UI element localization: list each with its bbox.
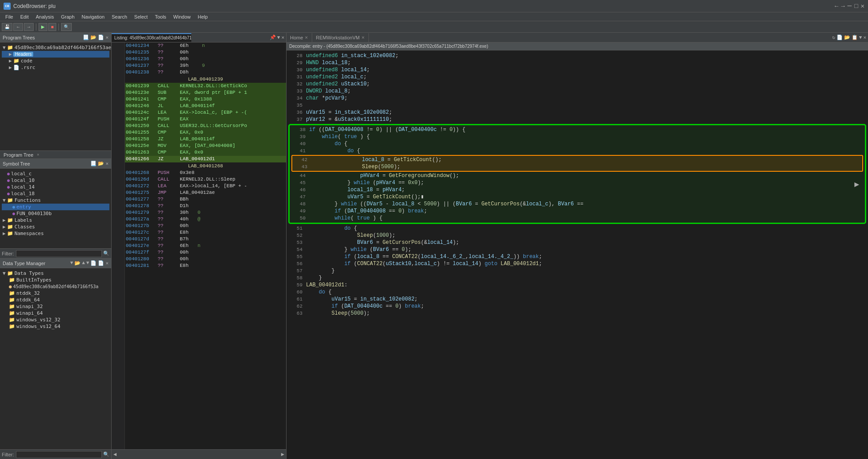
dt-icon1[interactable]: ▼	[70, 260, 74, 266]
decompile-icon4[interactable]: 📋	[852, 35, 858, 40]
decompile-icon2[interactable]: 📄	[837, 35, 843, 40]
win-maximize[interactable]: □	[854, 3, 858, 10]
sym-entry[interactable]: ● entry	[2, 204, 109, 210]
menu-select[interactable]: Select	[131, 13, 151, 20]
tab-home[interactable]: Home ✕	[287, 33, 312, 42]
tb-run[interactable]: ▶	[39, 23, 47, 31]
tb-stop[interactable]: ■	[48, 23, 56, 31]
sym-local-18[interactable]: ● local_18	[2, 190, 109, 197]
pt-icon1[interactable]: 📃	[83, 35, 89, 40]
dt-icon6[interactable]: 📄	[98, 260, 104, 266]
sym-classes[interactable]: ▶ 📁 Classes	[2, 224, 109, 230]
asm-row-00401263[interactable]: 00401263 CMP EAX, 0x0	[125, 149, 286, 156]
decompile-icon1[interactable]: ↻	[832, 35, 835, 40]
listing-content[interactable]: 00401234 ?? 6Eh n 00401235 ?? 00h 004012…	[112, 42, 286, 449]
listing-pin[interactable]: 📌	[270, 35, 276, 40]
program-trees-content[interactable]: ▼ 📁 45d89ec308ca69ab82df464b7166f53aed ▶…	[0, 42, 111, 150]
menu-window[interactable]: Window	[170, 13, 194, 20]
app-icon: CB	[4, 3, 11, 10]
tree-item-rsrc[interactable]: ▶ 📄 .rsrc	[2, 64, 109, 71]
tab-remvm[interactable]: REMWorkstationVM ✕	[312, 33, 369, 42]
decompile-icon3[interactable]: 📂	[844, 35, 850, 40]
asm-row-00401246[interactable]: 00401246 JL LAB_0040114f	[125, 103, 286, 109]
dt-ntddk32[interactable]: 📁 ntddk_32	[2, 290, 109, 297]
tree-item-headers[interactable]: ▶ Headers	[2, 51, 109, 58]
remvm-tab-x[interactable]: ✕	[361, 35, 365, 40]
nav-back-btn[interactable]: ←	[835, 3, 838, 10]
asm-row-00401241[interactable]: 00401241 CMP EAX, 0x1388	[125, 96, 286, 103]
menu-tools[interactable]: Tools	[151, 13, 170, 20]
sym-namespaces[interactable]: ▶ 📁 Namespaces	[2, 230, 109, 237]
tb-redo[interactable]: →	[24, 23, 34, 31]
sym-fun0040130b[interactable]: ● FUN_0040130b	[2, 210, 109, 217]
listing-snap[interactable]: ▼	[277, 35, 280, 40]
sym-local-14[interactable]: ● local_14	[2, 184, 109, 190]
filter-icon-dt[interactable]: 🔍	[103, 451, 109, 457]
dt-ntddk64[interactable]: 📁 ntddk_64	[2, 297, 109, 303]
win-close[interactable]: ✕	[861, 2, 864, 10]
asm-row-0040123e[interactable]: 0040123e SUB EAX, dword ptr [EBP + 1	[125, 89, 286, 96]
st-icon1[interactable]: 📃	[90, 161, 97, 166]
listing-scroll-right[interactable]: ▶	[281, 451, 284, 458]
sym-functions[interactable]: ▼ 📁 Functions	[2, 197, 109, 204]
code-line-38: 38 if ((DAT_00404008 != 0) || (DAT_00404…	[291, 126, 863, 133]
dt-winapi64[interactable]: 📁 winapi_64	[2, 310, 109, 316]
listing-scroll-left[interactable]: ◀	[113, 451, 116, 458]
sym-labels[interactable]: ▶ 📁 Labels	[2, 217, 109, 224]
symbol-tree-content[interactable]: ● local_c ● local_10 ● local_14 ● local_…	[0, 169, 111, 248]
dt-icon4[interactable]: ▼	[86, 260, 89, 266]
menu-navigation[interactable]: Navigation	[78, 13, 108, 20]
pt-close[interactable]: ✕	[105, 35, 108, 40]
data-type-content[interactable]: ▼ 📁 Data Types 📁 BuiltInTypes ● 45d89ec3…	[0, 268, 111, 449]
data-type-panel: Data Type Manager ▼ 📂 ▲ ▼ 📄 📄 ✕ ▼ 📁 Data…	[0, 258, 111, 459]
sym-local-c[interactable]: ● local_c	[2, 170, 109, 177]
dt-winvs12-64[interactable]: 📁 windows_vs12_64	[2, 323, 109, 330]
dt-winvs12-32[interactable]: 📁 windows_vs12_32	[2, 316, 109, 323]
pt-icon2[interactable]: 📂	[90, 35, 97, 40]
filter-input-dt[interactable]	[16, 451, 102, 458]
tb-undo[interactable]: ←	[13, 23, 23, 31]
dt-45d89[interactable]: ● 45d89ec308ca69ab82df464b7166f53a	[2, 283, 109, 290]
decompile-icon5[interactable]: ▼	[859, 35, 862, 40]
decompile-content[interactable]: 28 undefined6 in_stack_102e0082; 29 HWND…	[287, 50, 868, 459]
listing-close[interactable]: ✕	[281, 35, 284, 40]
asm-row-00401266[interactable]: 00401266 JZ LAB_004012d1	[125, 156, 286, 162]
home-tab-x[interactable]: ✕	[305, 35, 308, 40]
tab-close-program-tree[interactable]: ✕	[37, 152, 39, 157]
dt-builtin[interactable]: 📁 BuiltInTypes	[2, 277, 109, 283]
st-close[interactable]: ✕	[105, 161, 108, 166]
filter-icon-sym[interactable]: 🔍	[103, 251, 109, 256]
tree-item-code[interactable]: ▶ 📁 code	[2, 58, 109, 64]
menu-help[interactable]: Help	[194, 13, 211, 20]
st-icon2[interactable]: 📂	[98, 161, 104, 166]
asm-row-0040125e[interactable]: 0040125e MOV EAX, [DAT_00404008]	[125, 143, 286, 149]
filter-input-sym[interactable]	[16, 250, 102, 257]
pt-icon3[interactable]: 📄	[98, 35, 104, 40]
program-trees-header: Program Trees 📃 📂 📄 ✕	[0, 33, 111, 42]
dt-close[interactable]: ✕	[105, 260, 108, 266]
tb-search[interactable]: 🔍	[61, 23, 72, 31]
decompile-close[interactable]: ✕	[863, 35, 866, 40]
asm-row-0040124f[interactable]: 0040124f PUSH EAX	[125, 116, 286, 123]
tab-listing[interactable]: Listing: 45d89ec308ca69ab82df464b7166f53…	[112, 33, 191, 42]
asm-row-00401250[interactable]: 00401250 CALL USER32.DLL::GetCursorPo	[125, 123, 286, 129]
dt-icon5[interactable]: 📄	[90, 260, 97, 266]
orange-highlight-region: 42 local_8 = GetTickCount(); 43 Sleep(50…	[291, 155, 863, 172]
dt-winapi32[interactable]: 📁 winapi_32	[2, 303, 109, 310]
dt-icon3[interactable]: ▲	[82, 260, 85, 266]
menu-analysis[interactable]: Analysis	[32, 13, 58, 20]
menu-file[interactable]: File	[2, 13, 17, 20]
dt-icon2[interactable]: 📂	[74, 260, 81, 266]
nav-fwd-btn[interactable]: →	[841, 3, 845, 10]
asm-row-00401255[interactable]: 00401255 CMP EAX, 0x0	[125, 129, 286, 136]
win-minimize[interactable]: ─	[848, 3, 852, 10]
menu-search[interactable]: Search	[108, 13, 131, 20]
sym-local-10[interactable]: ● local_10	[2, 177, 109, 184]
menu-graph[interactable]: Graph	[58, 13, 78, 20]
asm-row-0040124c[interactable]: 0040124c LEA EAX->local_c, [EBP + -(	[125, 109, 286, 116]
tab-program-tree[interactable]: Program Tree	[0, 152, 37, 158]
tb-save[interactable]: 💾	[2, 23, 12, 31]
asm-row-00401258[interactable]: 00401258 JZ LAB_0040114f	[125, 136, 286, 143]
menu-edit[interactable]: Edit	[17, 13, 32, 20]
asm-row-00401239[interactable]: 00401239 CALL KERNEL32.DLL::GetTickCo	[125, 83, 286, 89]
